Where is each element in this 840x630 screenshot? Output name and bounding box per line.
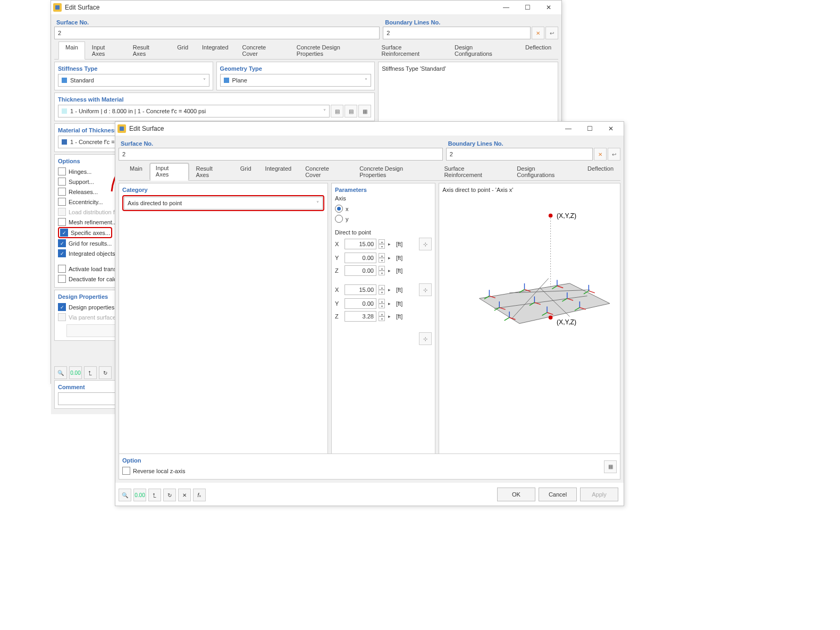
close-button[interactable]: ✕ (538, 1, 559, 14)
edit-thickness-icon[interactable]: ▤ (345, 105, 357, 117)
maximize-button[interactable]: ☐ (517, 1, 538, 14)
ok-button[interactable]: OK (497, 488, 535, 501)
play-icon[interactable]: ▸ (388, 287, 391, 292)
option-checkbox[interactable] (58, 275, 66, 283)
axis-y-radio[interactable] (335, 215, 343, 223)
edit-surface-dialog-front: Edit Surface — ☐ ✕ Surface No. 2 Boundar… (115, 121, 624, 506)
tool-units-icon[interactable]: 0.00 (69, 366, 82, 379)
tab-design-configs[interactable]: Design Configurations (510, 163, 581, 181)
tab-concrete-cover[interactable]: Concrete Cover (236, 41, 290, 60)
cancel-button[interactable]: Cancel (539, 488, 577, 501)
option-checkbox[interactable] (58, 239, 66, 247)
tab-result-axes[interactable]: Result Axes (126, 41, 171, 60)
reverse-z-checkbox[interactable] (122, 467, 130, 475)
preview-label: Stiffness Type 'Standard' (382, 65, 555, 72)
apply-button[interactable]: Apply (580, 488, 618, 501)
close-button[interactable]: ✕ (600, 122, 621, 136)
option-checkbox[interactable] (60, 229, 68, 237)
tool-axis-icon[interactable]: ⮤ (84, 366, 97, 379)
pick-icon[interactable]: ✕ (532, 27, 544, 39)
option-checkbox[interactable] (58, 265, 66, 273)
dialog-title: Edit Surface (65, 4, 495, 11)
tab-concrete-design[interactable]: Concrete Design Properties (352, 163, 437, 181)
minimize-button[interactable]: — (558, 122, 579, 136)
reset-icon[interactable]: ↩ (608, 148, 620, 161)
tool-axis-icon[interactable]: ⮤ (148, 489, 161, 501)
minimize-button[interactable]: — (495, 1, 517, 14)
spinner[interactable]: ▴▾ (379, 253, 385, 263)
pick-point-icon[interactable]: ⊹ (419, 238, 432, 250)
option-checkbox[interactable] (58, 249, 66, 257)
tool-search-icon[interactable]: 🔍 (54, 366, 67, 379)
tab-grid[interactable]: Grid (170, 41, 195, 60)
tab-deflection[interactable]: Deflection (581, 163, 620, 181)
library-thickness-icon[interactable]: ▦ (358, 105, 371, 117)
reset-icon[interactable]: ↩ (545, 27, 558, 39)
pick-points-icon[interactable]: ⊹ (419, 332, 432, 345)
tab-surface-reinf[interactable]: Surface Reinforcement (437, 163, 510, 181)
option-checkbox[interactable] (58, 218, 66, 226)
option-checkbox[interactable] (58, 178, 66, 186)
tab-input-axes[interactable]: Input Axes (149, 163, 189, 181)
tab-integrated[interactable]: Integrated (195, 41, 236, 60)
boundary-lines-input[interactable]: 2 (383, 27, 531, 39)
titlebar: Edit Surface — ☐ ✕ (51, 1, 561, 15)
coord-input[interactable]: 15.00 (345, 239, 376, 249)
tool-search-icon[interactable]: 🔍 (119, 489, 131, 501)
stiffness-type-label: Stiffness Type (58, 65, 209, 72)
boundary-lines-input[interactable]: 2 (446, 148, 593, 161)
play-icon[interactable]: ▸ (388, 241, 391, 247)
tab-input-axes[interactable]: Input Axes (85, 41, 126, 60)
coord-input[interactable]: 0.00 (345, 298, 376, 309)
tab-concrete-cover[interactable]: Concrete Cover (298, 163, 352, 181)
spinner[interactable]: ▴▾ (379, 266, 385, 275)
play-icon[interactable]: ▸ (388, 301, 391, 306)
surface-no-input[interactable]: 2 (119, 148, 443, 161)
thickness-select[interactable]: 1 - Uniform | d : 8.000 in | 1 - Concret… (58, 105, 330, 117)
tab-result-axes[interactable]: Result Axes (189, 163, 233, 181)
tab-surface-reinf[interactable]: Surface Reinforcement (375, 41, 448, 60)
tab-main[interactable]: Main (123, 163, 149, 181)
tab-grid[interactable]: Grid (233, 163, 258, 181)
tab-main[interactable]: Main (58, 41, 85, 60)
tab-design-configs[interactable]: Design Configurations (448, 41, 518, 60)
geometry-type-select[interactable]: Plane (220, 74, 372, 87)
tool-refresh-icon[interactable]: ↻ (163, 489, 176, 501)
option-checkbox[interactable] (58, 198, 66, 206)
play-icon[interactable]: ▸ (388, 268, 391, 273)
apply-option-icon[interactable]: ▦ (604, 460, 617, 473)
spinner[interactable]: ▴▾ (379, 312, 385, 321)
maximize-button[interactable]: ☐ (579, 122, 600, 136)
stiffness-type-select[interactable]: Standard (58, 74, 209, 87)
coord-input[interactable]: 0.00 (345, 253, 376, 263)
geometry-type-label: Geometry Type (220, 65, 372, 72)
spinner[interactable]: ▴▾ (379, 299, 385, 308)
tool-units-icon[interactable]: 0.00 (133, 489, 146, 501)
tool-extra1-icon[interactable]: ✕ (178, 489, 191, 501)
option-checkbox[interactable] (58, 167, 66, 175)
tool-extra2-icon[interactable]: fₓ (193, 489, 206, 501)
coord-input[interactable]: 15.00 (345, 284, 376, 295)
svg-line-20 (589, 291, 595, 293)
coord-input[interactable]: 0.00 (345, 265, 376, 276)
design-checkbox[interactable] (58, 303, 66, 311)
tab-deflection[interactable]: Deflection (518, 41, 558, 60)
tab-concrete-design[interactable]: Concrete Design Properties (290, 41, 375, 60)
axis-x-radio[interactable] (335, 205, 343, 213)
spinner[interactable]: ▴▾ (379, 285, 385, 295)
pick-icon[interactable]: ✕ (594, 148, 607, 161)
surface-no-label: Surface No. (54, 18, 380, 27)
tool-refresh-icon[interactable]: ↻ (99, 366, 112, 379)
spinner[interactable]: ▴▾ (379, 239, 385, 249)
play-icon[interactable]: ▸ (388, 255, 391, 261)
design-label: Design properties (69, 304, 114, 310)
option-checkbox[interactable] (58, 188, 66, 196)
option-label: Eccentricity... (69, 199, 103, 205)
tab-integrated[interactable]: Integrated (258, 163, 299, 181)
category-select[interactable]: Axis directed to point (124, 197, 323, 209)
pick-point-icon[interactable]: ⊹ (419, 283, 432, 296)
play-icon[interactable]: ▸ (388, 314, 391, 319)
new-thickness-icon[interactable]: ▤ (331, 105, 343, 117)
surface-no-input[interactable]: 2 (54, 27, 380, 39)
coord-input[interactable]: 3.28 (345, 311, 376, 322)
